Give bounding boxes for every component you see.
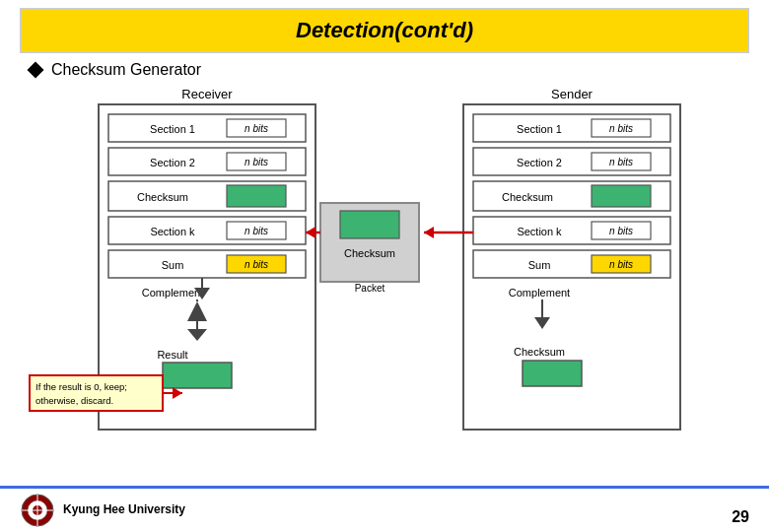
diagram-svg: Receiver Section 1 n bits Section 2 n bi… [20, 85, 749, 469]
svg-rect-12 [227, 185, 286, 207]
diagram-container: Receiver Section 1 n bits Section 2 n bi… [20, 85, 749, 473]
svg-marker-25 [187, 329, 207, 341]
svg-marker-68 [173, 387, 182, 399]
svg-rect-27 [163, 363, 232, 388]
subtitle-text: Checksum Generator [51, 61, 201, 79]
svg-rect-42 [592, 185, 651, 207]
svg-rect-36 [473, 148, 670, 175]
svg-text:Result: Result [157, 349, 187, 361]
svg-rect-13 [108, 217, 306, 244]
subtitle: Checksum Generator [30, 61, 739, 79]
university-name: Kyung Hee University [63, 502, 185, 518]
svg-text:If the result is 0, keep;: If the result is 0, keep; [35, 381, 127, 392]
svg-text:n bits: n bits [245, 226, 268, 236]
footer-university: Kyung Hee University [63, 502, 185, 518]
svg-marker-63 [424, 227, 434, 238]
svg-text:n bits: n bits [245, 157, 268, 167]
svg-text:Receiver: Receiver [181, 87, 233, 101]
svg-text:Complement: Complement [509, 287, 570, 299]
svg-text:Packet: Packet [355, 283, 385, 294]
university-logo [20, 493, 55, 528]
page-number: 29 [732, 508, 749, 526]
svg-rect-43 [473, 217, 670, 244]
svg-rect-58 [340, 211, 399, 238]
svg-text:Sum: Sum [162, 259, 184, 271]
svg-rect-55 [523, 361, 582, 386]
svg-text:n bits: n bits [245, 259, 268, 270]
footer: Kyung Hee University 29 [0, 486, 769, 532]
svg-text:Checksum: Checksum [502, 191, 553, 203]
svg-text:Checksum: Checksum [137, 191, 188, 203]
svg-text:n bits: n bits [245, 123, 268, 134]
svg-rect-6 [108, 148, 306, 175]
svg-rect-2 [108, 114, 306, 142]
svg-text:Section 2: Section 2 [517, 157, 562, 168]
svg-text:Section 1: Section 1 [517, 123, 562, 135]
svg-text:Complement: Complement [142, 287, 203, 299]
diamond-icon [28, 62, 44, 79]
svg-rect-32 [473, 114, 670, 142]
svg-text:Section 2: Section 2 [150, 157, 195, 168]
svg-text:n bits: n bits [609, 123, 633, 134]
svg-marker-53 [534, 317, 550, 329]
page-title: Detection(cont'd) [296, 18, 473, 42]
svg-marker-22 [187, 301, 207, 321]
svg-text:n bits: n bits [609, 157, 633, 167]
svg-text:Checksum: Checksum [514, 346, 565, 358]
svg-text:Section k: Section k [150, 226, 195, 237]
svg-marker-61 [306, 227, 315, 238]
svg-text:otherwise, discard.: otherwise, discard. [35, 395, 113, 406]
svg-text:n bits: n bits [609, 226, 633, 236]
svg-text:Section 1: Section 1 [150, 123, 195, 135]
svg-text:Section k: Section k [517, 226, 562, 237]
title-bar: Detection(cont'd) [20, 8, 749, 53]
svg-text:Sender: Sender [551, 87, 594, 101]
svg-text:Checksum: Checksum [344, 247, 395, 259]
svg-text:Sum: Sum [528, 259, 551, 271]
svg-text:n bits: n bits [609, 259, 633, 270]
